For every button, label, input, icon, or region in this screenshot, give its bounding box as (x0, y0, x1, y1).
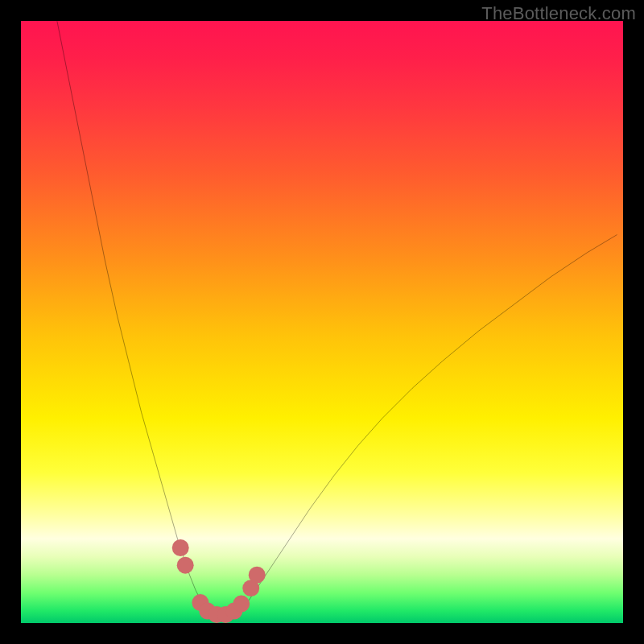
highlight-markers (21, 21, 623, 623)
plot-area (21, 21, 623, 623)
marker-dot (172, 539, 189, 556)
watermark-text: TheBottleneck.com (481, 3, 636, 24)
chart-frame: TheBottleneck.com (0, 0, 644, 644)
marker-dot (177, 557, 194, 574)
marker-dot (249, 567, 266, 584)
marker-dot (233, 596, 250, 613)
